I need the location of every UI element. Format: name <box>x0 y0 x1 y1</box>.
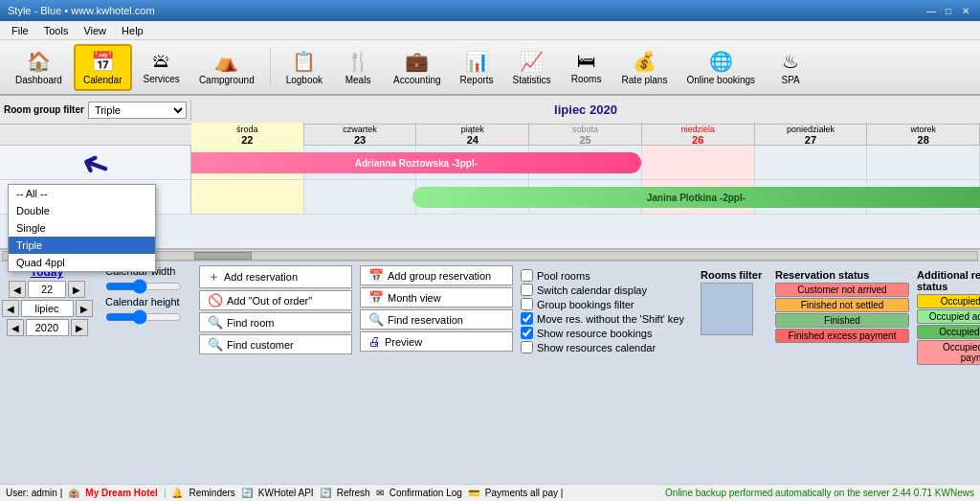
rooms-filter-section: Rooms filter <box>701 265 768 335</box>
year-prev-button[interactable]: ◀ <box>7 319 24 336</box>
nav-statistics-label: Statistics <box>513 75 551 85</box>
nav-logbook[interactable]: 📋 Logbook <box>278 46 330 89</box>
reservation-adrianna[interactable]: Adrianna Roztowska -3ppl- <box>191 152 641 173</box>
hotel-link[interactable]: My Dream Hotel <box>85 488 158 498</box>
logbook-icon: 📋 <box>292 50 316 73</box>
payments-icon: 💳 <box>468 488 479 498</box>
day-col-22: środa 22 <box>191 123 304 148</box>
nav-reports[interactable]: 📊 Reports <box>453 46 501 89</box>
cb-show-resources-label: Show resources calendar <box>537 342 656 353</box>
filter-option-triple[interactable]: Triple <box>9 237 155 254</box>
menu-help[interactable]: Help <box>114 23 151 38</box>
cb-pool-rooms-input[interactable] <box>521 269 533 282</box>
nav-logbook-label: Logbook <box>286 75 323 85</box>
bg-cell-27 <box>755 146 868 179</box>
payments-link[interactable]: Payments all pay | <box>485 488 564 498</box>
room-filter-select[interactable]: Triple <box>88 102 187 119</box>
preview-button[interactable]: 🖨 Preview <box>360 331 513 352</box>
find-res-label: Find reservation <box>388 314 463 326</box>
cal-width-slider[interactable] <box>105 279 182 294</box>
confirm-link[interactable]: Confirmation Log <box>390 488 462 498</box>
nav-reports-label: Reports <box>460 75 494 85</box>
add-reservation-button[interactable]: ＋ Add reservation <box>199 265 352 288</box>
refresh-link[interactable]: Refresh <box>337 488 370 498</box>
filter-option-single[interactable]: Single <box>9 219 155 237</box>
status-not-arrived: Customer not arrived <box>775 283 909 297</box>
nav-calendar[interactable]: 📅 Calendar <box>74 44 132 91</box>
refresh-icon: 🔄 <box>320 488 331 498</box>
add-res-label: Add reservation <box>224 271 298 283</box>
minimize-button[interactable]: — <box>924 4 938 17</box>
day-nav-row: ◀ 22 ▶ <box>9 281 85 298</box>
cb-switch-display-input[interactable] <box>521 284 533 296</box>
cb-show-bookings-label: Show resource bookings <box>537 328 652 339</box>
nav-accounting[interactable]: 💼 Accounting <box>386 46 448 89</box>
backup-msg: Online backup performed automatically on… <box>665 488 974 498</box>
room-filter-dropdown: -- All -- Double Single Triple Quad 4ppl <box>8 184 156 272</box>
menu-view[interactable]: View <box>76 23 114 38</box>
nav-services[interactable]: 🛎 Services <box>136 46 188 88</box>
nav-campground[interactable]: ⛺ Campground <box>191 46 262 89</box>
nav-rooms[interactable]: 🛏 Rooms <box>563 46 611 88</box>
statusbar-right: Online backup performed automatically on… <box>570 488 974 498</box>
month-next-button[interactable]: ▶ <box>76 300 93 317</box>
cb-show-resources: Show resources calendar <box>521 341 693 353</box>
add-out-of-order-button[interactable]: 🚫 Add "Out of order" <box>199 290 352 310</box>
hotel-icon: 🏨 <box>68 488 79 498</box>
find-customer-icon: 🔍 <box>208 337 223 352</box>
day-col-28: wtorek 28 <box>867 123 980 148</box>
rooms-icon: 🛏 <box>577 50 596 72</box>
statistics-icon: 📈 <box>520 50 544 73</box>
maximize-button[interactable]: □ <box>942 4 955 17</box>
add-res-icon: ＋ <box>208 268 220 285</box>
nav-online[interactable]: 🌐 Online bookings <box>679 46 763 89</box>
month-prev-button[interactable]: ◀ <box>2 300 19 317</box>
kwapi-link[interactable]: KWHotel API <box>258 488 314 498</box>
reservation-janina[interactable]: Janina Plotkina -2ppl- <box>412 187 980 208</box>
room-filter-label: Room group filter <box>4 104 84 115</box>
menu-tools[interactable]: Tools <box>36 23 77 38</box>
cb-move-res-input[interactable] <box>521 312 533 325</box>
close-button[interactable]: ✕ <box>959 4 972 17</box>
month-nav-row: ◀ lipiec ▶ <box>2 300 93 317</box>
statusbar: User: admin | 🏨 My Dream Hotel | 🔔 Remin… <box>0 484 980 501</box>
cb-group-filter-input[interactable] <box>521 298 533 310</box>
year-nav-row: ◀ 2020 ▶ <box>7 319 88 336</box>
titlebar-left: Style - Blue • www.kwhotel.com <box>8 5 155 16</box>
room-cell-1 <box>0 146 191 179</box>
filter-option-quad[interactable]: Quad 4ppl <box>9 254 155 271</box>
nav-meals[interactable]: 🍴 Meals <box>334 46 382 89</box>
nav-rooms-label: Rooms <box>571 74 602 84</box>
cb-show-bookings-input[interactable] <box>521 327 533 339</box>
nav-rateplans[interactable]: 💰 Rate plans <box>614 46 676 89</box>
year-next-button[interactable]: ▶ <box>71 319 88 336</box>
cb-show-resources-input[interactable] <box>521 341 533 353</box>
reminders-link[interactable]: Reminders <box>189 488 234 498</box>
day-col-24: piątek 24 <box>416 123 529 148</box>
filter-option-all[interactable]: -- All -- <box>9 185 155 202</box>
day-prev-button[interactable]: ◀ <box>9 281 26 298</box>
menu-file[interactable]: File <box>4 23 36 38</box>
month-view-button[interactable]: 📅 Month view <box>360 287 513 307</box>
find-room-button[interactable]: 🔍 Find room <box>199 312 352 332</box>
nav-statistics[interactable]: 📈 Statistics <box>505 46 559 89</box>
nav-dashboard[interactable]: 🏠 Dashboard <box>8 46 70 89</box>
cb-switch-display-label: Switch calendar display <box>537 285 647 296</box>
filter-option-double[interactable]: Double <box>9 202 155 219</box>
find-customer-button[interactable]: 🔍 Find customer <box>199 334 352 354</box>
rateplans-icon: 💰 <box>633 50 657 73</box>
day-value: 22 <box>28 281 66 298</box>
preview-icon: 🖨 <box>368 334 381 349</box>
nav-spa[interactable]: ♨ SPA <box>767 46 814 89</box>
add-group-reservation-button[interactable]: 📅 Add group reservation <box>360 265 513 285</box>
cb-pool-rooms-label: Pool rooms <box>537 270 590 282</box>
day-next-button[interactable]: ▶ <box>68 281 85 298</box>
find-reservation-button[interactable]: 🔍 Find reservation <box>360 309 513 330</box>
res-status-title: Reservation status <box>775 269 909 281</box>
cal-height-slider[interactable] <box>105 309 182 325</box>
add-group-icon: 📅 <box>368 268 384 283</box>
rooms-filter-box[interactable] <box>701 283 753 335</box>
checkbox-section: Pool rooms Switch calendar display Group… <box>521 265 693 353</box>
scrollbar-thumb[interactable] <box>194 252 252 260</box>
status-occupied-not-paid: Occupied not paid <box>917 294 980 308</box>
